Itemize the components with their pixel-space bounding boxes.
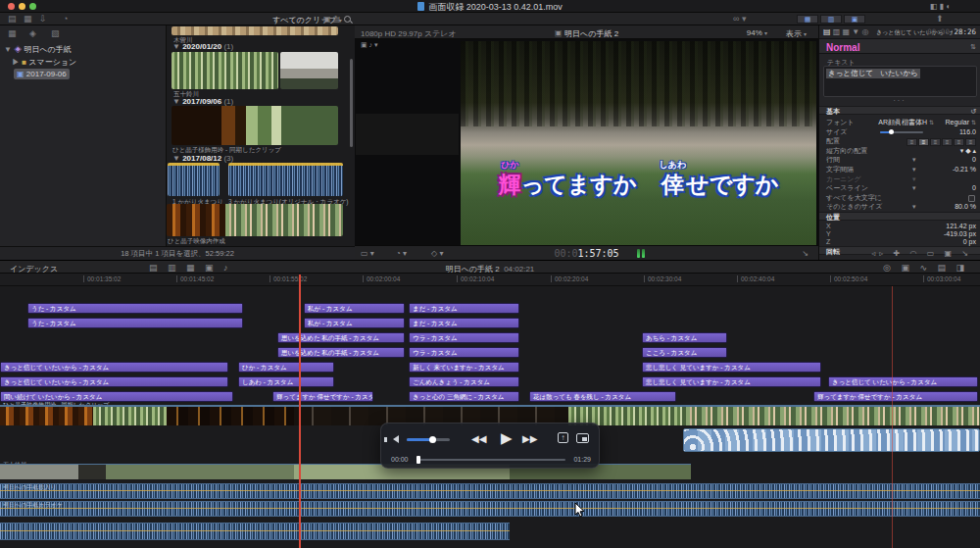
photos-tab-icon[interactable]: ◈ bbox=[29, 28, 36, 38]
title-clip[interactable]: うた - カスタム bbox=[27, 303, 243, 314]
preset-name: Normal bbox=[826, 42, 859, 53]
audio-meter-right[interactable] bbox=[642, 249, 645, 258]
date-group-header[interactable]: ▼ 2017/09/06 (1) bbox=[172, 97, 233, 106]
timeline-lanes[interactable]: うた - カスタム私が - カスタムまだ - カスタムうた - カスタム私が -… bbox=[0, 286, 980, 548]
video-canvas[interactable]: ひか輝 ってますか しあわ倖 せですか bbox=[461, 41, 816, 245]
resize-handle-dots[interactable]: ··· bbox=[819, 97, 980, 104]
filmstrip-view-icon[interactable]: ▣ ▤ bbox=[323, 15, 340, 24]
inspector-view-toggle[interactable]: ▣ bbox=[844, 15, 865, 24]
vertical-alignment-buttons[interactable]: ▾ ◆ ▴ bbox=[960, 146, 976, 156]
title-clip[interactable]: 思いを込めた 私の手紙 - カスタム bbox=[277, 347, 405, 358]
audio-meter-left[interactable] bbox=[637, 249, 640, 258]
playhead[interactable] bbox=[299, 274, 301, 548]
viewer-pane: 1080p HD 29.97p ステレオ ▣ 明日への手紙 2 94% ▾ 表示… bbox=[355, 25, 818, 260]
popup-arrow-icon[interactable]: ▾ bbox=[912, 155, 916, 165]
viewer-zoom-popup[interactable]: 94% ▾ bbox=[747, 28, 767, 37]
volume-slider[interactable] bbox=[407, 438, 450, 441]
karaoke-audio-clip[interactable] bbox=[0, 501, 980, 517]
title-clip[interactable]: 私が - カスタム bbox=[304, 303, 405, 314]
play-button[interactable]: ▶ bbox=[501, 429, 513, 447]
title-clip[interactable]: 思いを込めた 私の手紙 - カスタム bbox=[277, 332, 405, 343]
sidebar-item-folder[interactable]: ▶ ■ スマーション bbox=[12, 57, 76, 68]
background-tasks-icon[interactable]: ◔ bbox=[63, 14, 68, 24]
viewer-overlay-icons[interactable]: ▣ ♪ ▾ bbox=[361, 41, 378, 49]
position-section-header[interactable]: 位置 bbox=[819, 212, 980, 221]
partial-audio-clip[interactable] bbox=[0, 523, 510, 540]
pip-icon[interactable] bbox=[576, 433, 589, 443]
allcaps-size-value[interactable]: 80.0 % bbox=[955, 202, 976, 212]
sidebar-item-event-selected[interactable]: ▣ 2017-09-06 bbox=[14, 69, 70, 79]
title-clip[interactable]: 輝ってますか 倖せですか - カスタム bbox=[272, 391, 373, 402]
viewer-view-popup[interactable]: 表示 ▾ bbox=[786, 28, 807, 39]
date-group-header[interactable]: ▼ 2017/08/12 (3) bbox=[172, 154, 233, 163]
title-clip[interactable]: あちら - カスタム bbox=[642, 332, 727, 343]
title-clip[interactable]: うた - カスタム bbox=[27, 318, 243, 328]
clip-thumbnail-strip[interactable] bbox=[167, 204, 343, 236]
reset-icon[interactable]: ↺ bbox=[970, 107, 976, 116]
popup-arrow-icon: ▾ bbox=[912, 174, 916, 184]
share-icon[interactable]: ⬆ bbox=[936, 14, 944, 24]
title-clip[interactable]: ウラ - カスタム bbox=[409, 332, 519, 343]
popup-arrow-icon[interactable]: ▾ bbox=[912, 183, 916, 193]
size-value[interactable]: 116.0 bbox=[959, 127, 976, 137]
title-clip[interactable]: 悲し悲しく 見ていますか - カスタム bbox=[642, 376, 821, 387]
title-clip[interactable]: 新しく 来ていますか - カスタム bbox=[409, 362, 519, 373]
inspector-bottom-icons[interactable]: ◃▹ ✚ ◠ ▭ ▣ ↘ bbox=[871, 249, 972, 258]
popup-arrow-icon[interactable]: ▾ bbox=[912, 202, 916, 212]
title-clip[interactable]: きっと信じて いたいから - カスタム bbox=[0, 362, 228, 373]
clip-thumbnail-sync[interactable] bbox=[172, 106, 338, 145]
browser-view-toggle[interactable]: ▦ bbox=[797, 15, 818, 24]
download-icon[interactable]: ⇩ bbox=[39, 14, 47, 24]
extensions-icon[interactable]: ∞ ▾ bbox=[733, 14, 746, 24]
title-clip[interactable]: 私が - カスタム bbox=[304, 318, 405, 328]
share-overlay-icon[interactable]: ↑ bbox=[558, 432, 568, 443]
inspector-tab-icons[interactable]: ▤ ▥ ▦ ▼ ◎ bbox=[823, 27, 868, 36]
media-tab-icon[interactable]: ▦ bbox=[8, 28, 17, 38]
keyword-icon[interactable]: ▦ bbox=[24, 14, 32, 24]
title-clip[interactable]: 花は散っても 春を残し - カスタム bbox=[529, 391, 676, 402]
title-clip[interactable]: しあわ - カスタム bbox=[238, 376, 334, 387]
timeline-display-icons[interactable]: ◎ ▣ ∿ ▤ ◨ bbox=[883, 263, 968, 273]
scrub-bar[interactable] bbox=[416, 459, 565, 461]
clip-thumbnail-river1[interactable] bbox=[172, 52, 278, 89]
basic-section-header[interactable]: 基本↺ bbox=[819, 106, 980, 115]
fast-forward-button[interactable]: ▶▶ bbox=[522, 433, 537, 444]
baseline-value[interactable]: 0 bbox=[972, 183, 976, 193]
title-clip[interactable]: きっと信じて いたいから - カスタム bbox=[0, 376, 228, 387]
title-clip[interactable]: きっと心の 三角網に - カスタム bbox=[409, 391, 519, 402]
title-clip[interactable]: ウラ - カスタム bbox=[409, 347, 519, 358]
title-clip[interactable]: 悲し悲しく 見ていますか - カスタム bbox=[642, 362, 821, 373]
rewind-button[interactable]: ◀◀ bbox=[471, 433, 486, 444]
title-text-field[interactable]: きっと信じて いたいから bbox=[823, 66, 977, 97]
title-clip[interactable]: まだ - カスタム bbox=[409, 318, 519, 328]
clip-thumbnail-river2[interactable] bbox=[280, 52, 338, 89]
menu-extras-icons[interactable]: ◧ ▮ ◐ bbox=[930, 2, 951, 11]
timeline-ruler[interactable]: 00:01:35:0200:01:45:0200:01:55:0200:02:0… bbox=[0, 274, 980, 286]
sidebar-item-library[interactable]: ▼ ◈ 明日への手紙 bbox=[4, 44, 72, 55]
audio-clip-thumbnail[interactable] bbox=[168, 163, 220, 196]
popup-arrow-icon[interactable]: ▾ bbox=[912, 165, 916, 174]
fullscreen-icon[interactable]: ↘ bbox=[802, 249, 808, 258]
allcaps-checkbox[interactable] bbox=[968, 195, 975, 202]
volume-icon[interactable] bbox=[393, 435, 399, 443]
waves-video-clip[interactable] bbox=[683, 428, 980, 452]
clip-thumbnail-partial[interactable] bbox=[172, 26, 338, 35]
size-slider[interactable] bbox=[880, 131, 923, 134]
vocal-audio-clip[interactable] bbox=[0, 483, 980, 499]
playback-overlay[interactable]: ◀◀ ▶ ▶▶ ↑ 00:00 01:29 bbox=[380, 423, 600, 469]
effects-tab-icon[interactable]: ▧ bbox=[51, 28, 60, 38]
audio-clip-thumbnail[interactable] bbox=[228, 163, 343, 196]
tracking-value[interactable]: -0.21 % bbox=[953, 165, 976, 174]
title-clip[interactable]: きっと信じて いたいから - カスタム bbox=[828, 376, 978, 387]
title-clip[interactable]: ひか - カスタム bbox=[238, 362, 334, 373]
title-clip[interactable]: ごんめんきょう - カスタム bbox=[409, 376, 519, 387]
browser-scrollbar[interactable] bbox=[350, 59, 353, 147]
timeline-view-toggle[interactable]: ▥ bbox=[820, 15, 842, 24]
title-clip[interactable]: まだ - カスタム bbox=[409, 303, 519, 314]
import-media-icon[interactable]: ▤ bbox=[8, 14, 17, 24]
title-preset-popup[interactable]: Normal ⇅ bbox=[819, 38, 980, 54]
line-spacing-value[interactable]: 0 bbox=[972, 155, 976, 165]
title-clip[interactable]: 輝ってますか 倖せですか - カスタム bbox=[813, 391, 978, 402]
title-clip[interactable]: こころ - カスタム bbox=[642, 347, 727, 358]
date-group-header[interactable]: ▼ 2020/01/20 (1) bbox=[172, 42, 233, 51]
